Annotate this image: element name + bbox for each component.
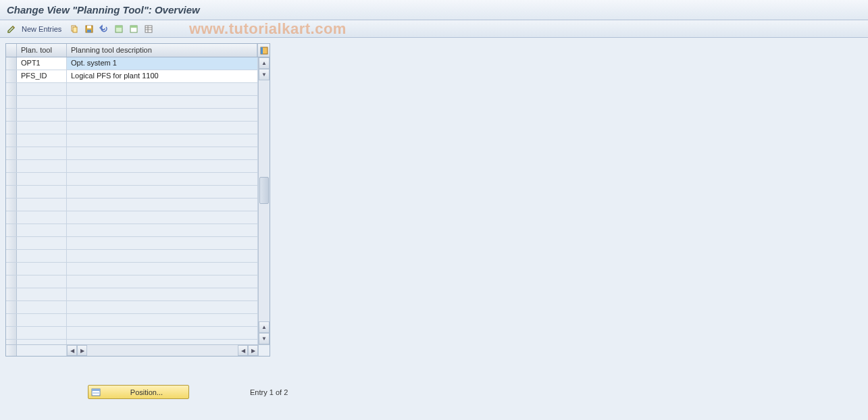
row-selector[interactable] [6, 327, 17, 339]
cell-description[interactable]: Logical PFS for plant 1100 [67, 70, 258, 82]
horizontal-scrollbar[interactable]: ◀ ▶ ◀ ▶ [6, 344, 270, 356]
row-selector[interactable] [6, 199, 17, 211]
cell-plan-tool[interactable] [17, 263, 67, 275]
row-selector[interactable] [6, 96, 17, 108]
cell-plan-tool[interactable] [17, 250, 67, 262]
scroll-right-icon[interactable]: ▶ [77, 345, 87, 356]
row-selector[interactable] [6, 134, 17, 147]
cell-plan-tool[interactable]: OPT1 [17, 57, 67, 70]
table-row-empty[interactable] [6, 224, 258, 237]
cell-description[interactable] [67, 173, 258, 185]
column-header-plan-tool[interactable]: Plan. tool [17, 44, 67, 57]
table-row-empty[interactable] [6, 160, 258, 173]
row-selector[interactable] [6, 263, 17, 275]
cell-plan-tool[interactable]: PFS_ID [17, 70, 67, 82]
scroll-left-icon[interactable]: ◀ [67, 345, 77, 356]
cell-description[interactable] [67, 288, 258, 300]
table-row-empty[interactable] [6, 250, 258, 263]
copy-icon[interactable] [68, 23, 80, 35]
row-selector[interactable] [6, 83, 17, 95]
table-row-empty[interactable] [6, 314, 258, 327]
cell-plan-tool[interactable] [17, 134, 67, 147]
deselect-all-icon[interactable] [128, 23, 140, 35]
cell-description[interactable] [67, 327, 258, 339]
cell-description[interactable]: Opt. system 1 [67, 57, 258, 70]
table-row-empty[interactable] [6, 237, 258, 250]
scroll-right2-icon[interactable]: ▶ [248, 345, 258, 356]
row-selector[interactable] [6, 160, 17, 172]
cell-plan-tool[interactable] [17, 224, 67, 236]
table-row-empty[interactable] [6, 199, 258, 211]
scroll-left2-icon[interactable]: ◀ [238, 345, 248, 356]
configure-columns-icon[interactable] [257, 44, 270, 57]
cell-description[interactable] [67, 250, 258, 262]
cell-description[interactable] [67, 301, 258, 313]
row-selector[interactable] [6, 186, 17, 198]
table-row-empty[interactable] [6, 275, 258, 288]
table-row-empty[interactable] [6, 109, 258, 122]
cell-plan-tool[interactable] [17, 288, 67, 300]
cell-description[interactable] [67, 186, 258, 198]
cell-plan-tool[interactable] [17, 314, 67, 326]
vertical-scrollbar[interactable]: ▲ ▼ ▲ ▼ [258, 57, 270, 344]
cell-description[interactable] [67, 134, 258, 147]
row-selector[interactable] [6, 275, 17, 288]
table-row-empty[interactable] [6, 327, 258, 340]
cell-plan-tool[interactable] [17, 109, 67, 121]
row-selector[interactable] [6, 250, 17, 262]
row-selector[interactable] [6, 340, 17, 344]
edit-icon[interactable] [5, 23, 18, 35]
row-selector[interactable] [6, 147, 17, 159]
row-selector[interactable] [6, 211, 17, 224]
cell-description[interactable] [67, 263, 258, 275]
new-entries-button[interactable]: New Entries [22, 25, 61, 33]
cell-description[interactable] [67, 211, 258, 224]
table-row[interactable]: PFS_IDLogical PFS for plant 1100 [6, 70, 258, 83]
cell-plan-tool[interactable] [17, 211, 67, 224]
cell-plan-tool[interactable] [17, 340, 67, 344]
cell-description[interactable] [67, 147, 258, 159]
table-row-empty[interactable] [6, 147, 258, 160]
cell-description[interactable] [67, 314, 258, 326]
row-selector[interactable] [6, 301, 17, 313]
cell-description[interactable] [67, 237, 258, 249]
cell-description[interactable] [67, 160, 258, 172]
scroll-down2-icon[interactable]: ▼ [259, 333, 270, 344]
row-selector[interactable] [6, 173, 17, 185]
undo-icon[interactable] [98, 23, 110, 35]
row-selector[interactable] [6, 314, 17, 326]
table-row-empty[interactable] [6, 134, 258, 147]
position-button[interactable]: Position... [88, 385, 189, 399]
select-all-icon[interactable] [113, 23, 125, 35]
table-row-empty[interactable] [6, 186, 258, 199]
select-all-rows[interactable] [6, 44, 17, 57]
cell-description[interactable] [67, 96, 258, 108]
row-selector[interactable] [6, 237, 17, 249]
table-row-empty[interactable] [6, 340, 258, 344]
table-row-empty[interactable] [6, 83, 258, 96]
cell-plan-tool[interactable] [17, 199, 67, 211]
table-row-empty[interactable] [6, 96, 258, 109]
table-row-empty[interactable] [6, 263, 258, 275]
table-settings-icon[interactable] [143, 23, 155, 35]
scroll-track[interactable] [259, 80, 270, 321]
table-row-empty[interactable] [6, 173, 258, 186]
cell-plan-tool[interactable] [17, 160, 67, 172]
row-selector[interactable] [6, 57, 17, 70]
cell-description[interactable] [67, 275, 258, 288]
scroll-down-icon[interactable]: ▼ [259, 69, 270, 80]
row-selector[interactable] [6, 70, 17, 82]
cell-plan-tool[interactable] [17, 83, 67, 95]
table-row-empty[interactable] [6, 301, 258, 314]
cell-plan-tool[interactable] [17, 237, 67, 249]
cell-plan-tool[interactable] [17, 327, 67, 339]
scroll-thumb[interactable] [259, 177, 269, 204]
row-selector[interactable] [6, 122, 17, 134]
cell-description[interactable] [67, 122, 258, 134]
cell-plan-tool[interactable] [17, 275, 67, 288]
scroll-up2-icon[interactable]: ▲ [259, 321, 270, 333]
cell-plan-tool[interactable] [17, 96, 67, 108]
cell-plan-tool[interactable] [17, 186, 67, 198]
cell-description[interactable] [67, 224, 258, 236]
cell-description[interactable] [67, 109, 258, 121]
